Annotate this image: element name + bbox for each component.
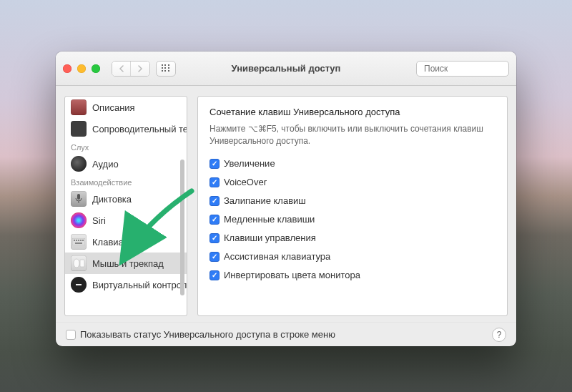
option-label: Инвертировать цвета монитора: [224, 270, 360, 280]
svg-rect-8: [80, 240, 82, 241]
body: Описания Сопроводительный текст Слух Ауд…: [56, 86, 516, 322]
option-slow-keys[interactable]: Медленные клавиши: [209, 212, 495, 227]
checkbox-checked-icon[interactable]: [209, 233, 220, 243]
subtitles-icon: [71, 121, 87, 137]
content-subtext: Нажмите ⌥⌘F5, чтобы включить или выключи…: [209, 123, 495, 147]
speaker-icon: [71, 156, 87, 172]
microphone-icon: [71, 191, 87, 207]
sidebar-scrollbar[interactable]: [179, 118, 185, 313]
option-voiceover[interactable]: VoiceOver: [209, 175, 495, 190]
footer: Показывать статус Универсального доступа…: [56, 322, 516, 346]
sidebar-item-dictation[interactable]: Диктовка: [65, 188, 187, 210]
mouse-icon: [71, 255, 87, 271]
help-button[interactable]: ?: [492, 328, 506, 342]
checkbox-checked-icon[interactable]: [209, 215, 220, 225]
scrollbar-thumb[interactable]: [180, 160, 184, 295]
show-status-label: Показывать статус Универсального доступа…: [80, 329, 335, 340]
grid-icon: [162, 64, 170, 73]
preferences-window: Универсальный доступ Описания Сопроводит…: [56, 52, 516, 346]
checkbox-checked-icon[interactable]: [209, 252, 220, 262]
sidebar-item-mouse-trackpad[interactable]: Мышь и трекпад: [65, 253, 187, 274]
option-label: VoiceOver: [224, 177, 267, 187]
sidebar-item-label: Сопроводительный текст: [92, 124, 187, 134]
content-heading: Сочетание клавиш Универсального доступа: [209, 107, 495, 117]
sidebar-item-virtual-controller[interactable]: Виртуальный контроллер: [65, 274, 187, 295]
checkbox-checked-icon[interactable]: [209, 159, 220, 169]
show-all-button[interactable]: [156, 61, 176, 77]
switch-control-icon: [71, 277, 87, 293]
option-zoom[interactable]: Увеличение: [209, 156, 495, 172]
svg-rect-9: [82, 240, 84, 241]
svg-rect-2: [77, 194, 80, 200]
sidebar-item-label: Виртуальный контроллер: [92, 280, 187, 290]
zoom-window-button[interactable]: [92, 64, 100, 73]
option-assistive-keyboard[interactable]: Ассистивная клавиатура: [209, 249, 495, 265]
show-status-checkbox[interactable]: [66, 330, 76, 340]
svg-rect-6: [76, 240, 77, 241]
siri-icon: [71, 212, 87, 228]
window-controls: [63, 64, 100, 73]
checkbox-checked-icon[interactable]: [209, 196, 220, 206]
sidebar: Описания Сопроводительный текст Слух Ауд…: [64, 96, 187, 316]
keyboard-icon: [71, 234, 87, 250]
option-mouse-keys[interactable]: Клавиши управления: [209, 230, 495, 246]
sidebar-item-label: Клавиатура: [92, 237, 142, 248]
svg-rect-12: [80, 260, 84, 267]
chevron-right-icon: [137, 65, 143, 72]
descriptions-icon: [71, 99, 87, 115]
nav-segment: [112, 61, 150, 77]
close-window-button[interactable]: [63, 64, 72, 73]
svg-point-11: [74, 259, 79, 268]
sidebar-item-descriptions[interactable]: Описания: [65, 97, 187, 118]
chevron-left-icon: [119, 65, 124, 72]
sidebar-item-keyboard[interactable]: Клавиатура: [65, 231, 187, 253]
toolbar: Универсальный доступ: [56, 52, 516, 86]
checkbox-checked-icon[interactable]: [209, 177, 220, 187]
option-label: Ассистивная клавиатура: [224, 251, 330, 262]
checkbox-checked-icon[interactable]: [209, 270, 220, 280]
forward-button[interactable]: [131, 62, 149, 76]
option-label: Клавиши управления: [224, 232, 316, 243]
sidebar-item-audio[interactable]: Аудио: [65, 153, 187, 175]
sidebar-item-label: Мышь и трекпад: [92, 258, 164, 269]
option-invert-colors[interactable]: Инвертировать цвета монитора: [209, 268, 495, 283]
option-label: Увеличение: [224, 158, 275, 169]
search-field-wrap[interactable]: [416, 61, 509, 77]
option-label: Залипание клавиш: [224, 195, 306, 206]
sidebar-item-label: Описания: [92, 102, 135, 113]
svg-rect-5: [74, 240, 75, 241]
svg-rect-4: [72, 238, 85, 245]
sidebar-item-label: Диктовка: [92, 194, 132, 205]
svg-rect-14: [76, 284, 82, 285]
question-icon: ?: [497, 330, 502, 340]
option-sticky-keys[interactable]: Залипание клавиш: [209, 193, 495, 209]
option-label: Медленные клавиши: [224, 214, 315, 225]
svg-rect-7: [78, 240, 79, 241]
minimize-window-button[interactable]: [77, 64, 86, 73]
sidebar-item-siri[interactable]: Siri: [65, 210, 187, 231]
sidebar-section-interaction: Взаимодействие: [65, 175, 187, 188]
back-button[interactable]: [112, 62, 131, 76]
sidebar-item-label: Аудио: [92, 159, 119, 170]
sidebar-item-subtitles[interactable]: Сопроводительный текст: [65, 118, 187, 139]
sidebar-section-hearing: Слух: [65, 139, 187, 153]
search-input[interactable]: [424, 64, 516, 74]
sidebar-item-label: Siri: [92, 215, 106, 226]
content-panel: Сочетание клавиш Универсального доступа …: [197, 96, 508, 316]
svg-rect-10: [75, 242, 82, 244]
